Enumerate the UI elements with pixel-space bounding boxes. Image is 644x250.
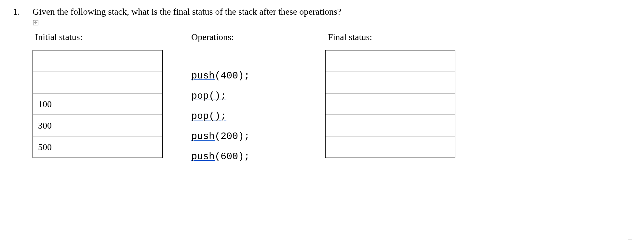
stack-cell[interactable] bbox=[326, 136, 455, 158]
columns-wrapper: Initial status: 100 300 500 Operations: … bbox=[33, 32, 631, 162]
op-rest: (600); bbox=[215, 151, 250, 162]
stack-cell: 100 bbox=[33, 93, 163, 115]
op-rest: (400); bbox=[215, 70, 250, 81]
operation-item: push(200); bbox=[191, 131, 306, 142]
table-row: 300 bbox=[33, 115, 163, 136]
heading-final: Final status: bbox=[328, 32, 462, 42]
op-keyword: pop bbox=[191, 90, 209, 102]
stack-cell[interactable] bbox=[326, 93, 455, 115]
initial-stack-table: 100 300 500 bbox=[33, 50, 163, 158]
op-rest: (); bbox=[209, 111, 226, 122]
stack-cell[interactable] bbox=[326, 72, 455, 93]
op-keyword: pop bbox=[191, 111, 209, 122]
question-text: Given the following stack, what is the f… bbox=[33, 7, 631, 17]
column-initial: Initial status: 100 300 500 bbox=[33, 32, 169, 158]
heading-initial: Initial status: bbox=[35, 32, 169, 42]
table-row bbox=[326, 72, 455, 93]
column-final: Final status: bbox=[325, 32, 462, 158]
operation-item: pop(); bbox=[191, 90, 306, 102]
table-row bbox=[326, 136, 455, 158]
table-row bbox=[326, 93, 455, 115]
final-stack-table bbox=[325, 50, 455, 158]
stack-cell: 300 bbox=[33, 115, 163, 136]
op-keyword: push bbox=[191, 70, 215, 81]
table-row bbox=[326, 50, 455, 72]
stack-cell bbox=[33, 72, 163, 93]
table-row bbox=[326, 115, 455, 136]
operation-item: push(400); bbox=[191, 70, 306, 81]
move-handle-icon[interactable]: ✢ bbox=[33, 20, 38, 25]
question-body: Given the following stack, what is the f… bbox=[33, 7, 631, 162]
question-row: 1. Given the following stack, what is th… bbox=[13, 7, 631, 162]
heading-operations: Operations: bbox=[191, 32, 306, 42]
op-keyword: push bbox=[191, 131, 215, 142]
op-rest: (); bbox=[209, 90, 226, 102]
stack-cell[interactable] bbox=[326, 50, 455, 72]
stack-cell[interactable] bbox=[326, 115, 455, 136]
stack-cell: 500 bbox=[33, 136, 163, 158]
table-row: 500 bbox=[33, 136, 163, 158]
question-number: 1. bbox=[13, 7, 26, 17]
table-row: 100 bbox=[33, 93, 163, 115]
operations-list: push(400); pop(); pop(); push(200); push… bbox=[191, 70, 306, 162]
operation-item: push(600); bbox=[191, 151, 306, 162]
op-rest: (200); bbox=[215, 131, 250, 142]
op-keyword: push bbox=[191, 151, 215, 162]
column-operations: Operations: push(400); pop(); pop(); pus… bbox=[189, 32, 306, 162]
stack-cell bbox=[33, 50, 163, 72]
table-row bbox=[33, 72, 163, 93]
table-row bbox=[33, 50, 163, 72]
operation-item: pop(); bbox=[191, 111, 306, 122]
